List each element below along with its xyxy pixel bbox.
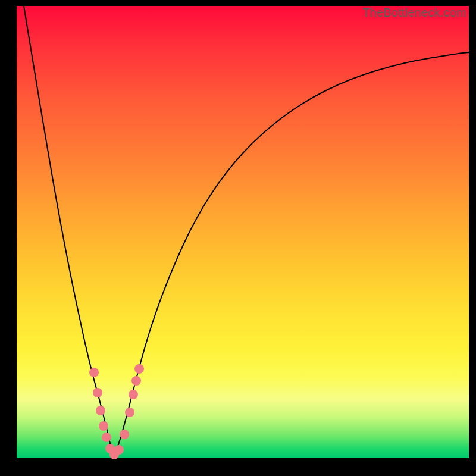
- highlight-dot: [120, 430, 129, 439]
- highlight-dot: [131, 376, 141, 386]
- highlight-dot: [129, 390, 138, 399]
- highlight-dot: [102, 433, 111, 442]
- highlight-dot: [93, 388, 102, 397]
- curve-svg: [17, 6, 469, 458]
- plot-area: TheBottleneck.com: [17, 6, 469, 458]
- highlight-dot: [125, 408, 134, 417]
- highlight-dot: [114, 445, 124, 455]
- curve-right-branch: [114, 52, 469, 456]
- chart-frame: TheBottleneck.com: [0, 0, 476, 476]
- highlight-dots-group: [89, 364, 144, 459]
- curve-left-branch: [24, 6, 114, 456]
- highlight-dot: [134, 364, 144, 374]
- highlight-dot: [89, 368, 99, 377]
- highlight-dot: [96, 406, 105, 415]
- highlight-dot: [99, 421, 108, 431]
